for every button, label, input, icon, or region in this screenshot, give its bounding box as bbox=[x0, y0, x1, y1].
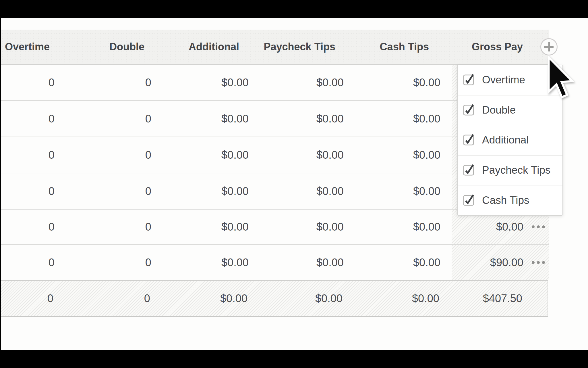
menu-item-cash-tips[interactable]: Cash Tips bbox=[458, 185, 562, 215]
total-paycheck-tips: $0.00 bbox=[315, 281, 343, 316]
cell-double: 0 bbox=[145, 245, 151, 280]
menu-item-label: Double bbox=[482, 104, 516, 116]
column-header-paycheck-tips: Paycheck Tips bbox=[264, 30, 336, 64]
total-additional: $0.00 bbox=[220, 281, 247, 316]
cell-additional: $0.00 bbox=[221, 101, 249, 137]
menu-item-double[interactable]: Double bbox=[458, 95, 562, 125]
cell-cash-tips: $0.00 bbox=[413, 173, 440, 209]
table-header: Overtime Double Additional Paycheck Tips… bbox=[1, 30, 549, 65]
menu-item-label: Cash Tips bbox=[482, 194, 529, 206]
cell-cash-tips: $0.00 bbox=[413, 245, 440, 280]
cell-double: 0 bbox=[145, 137, 151, 173]
cell-additional: $0.00 bbox=[221, 210, 249, 244]
cell-double: 0 bbox=[145, 210, 151, 244]
cell-overtime: 0 bbox=[49, 173, 55, 209]
cell-overtime: 0 bbox=[49, 101, 55, 137]
checkbox-checked-icon[interactable] bbox=[463, 74, 474, 85]
column-header-overtime: Overtime bbox=[5, 30, 50, 64]
cell-gross-pay: $90.00 bbox=[490, 245, 523, 280]
cell-cash-tips: $0.00 bbox=[413, 137, 440, 173]
cell-double: 0 bbox=[145, 65, 151, 100]
checkbox-checked-icon[interactable] bbox=[463, 135, 474, 145]
checkbox-checked-icon[interactable] bbox=[463, 165, 474, 176]
menu-item-paycheck-tips[interactable]: Paycheck Tips bbox=[458, 155, 562, 185]
cell-overtime: 0 bbox=[49, 65, 55, 100]
cell-cash-tips: $0.00 bbox=[413, 210, 440, 244]
total-double: 0 bbox=[144, 281, 150, 316]
column-header-cash-tips: Cash Tips bbox=[380, 30, 429, 64]
cell-paycheck-tips: $0.00 bbox=[316, 210, 344, 244]
cell-additional: $0.00 bbox=[221, 173, 249, 209]
checkbox-checked-icon[interactable] bbox=[463, 105, 474, 116]
payroll-table-screen: Overtime Double Additional Paycheck Tips… bbox=[0, 0, 588, 368]
column-header-gross-pay: Gross Pay bbox=[472, 30, 523, 64]
column-header-additional: Additional bbox=[189, 30, 239, 64]
cell-overtime: 0 bbox=[49, 210, 55, 244]
cell-paycheck-tips: $0.00 bbox=[316, 245, 344, 280]
checkbox-checked-icon[interactable] bbox=[463, 195, 474, 206]
menu-item-label: Overtime bbox=[482, 74, 525, 86]
cell-double: 0 bbox=[145, 101, 151, 137]
cell-paycheck-tips: $0.00 bbox=[316, 65, 344, 100]
total-gross-pay: $407.50 bbox=[483, 281, 522, 316]
table-row: 0 0 $0.00 $0.00 $0.00 $90.00 bbox=[1, 245, 549, 280]
cell-cash-tips: $0.00 bbox=[413, 65, 440, 100]
cell-paycheck-tips: $0.00 bbox=[316, 137, 344, 173]
total-cash-tips: $0.00 bbox=[412, 281, 439, 316]
letterbox-bottom-bar bbox=[0, 350, 588, 368]
cell-paycheck-tips: $0.00 bbox=[316, 101, 344, 137]
letterbox-top-bar bbox=[0, 0, 588, 18]
total-overtime: 0 bbox=[47, 281, 53, 316]
column-header-double: Double bbox=[109, 30, 144, 64]
cell-additional: $0.00 bbox=[221, 137, 249, 173]
cell-additional: $0.00 bbox=[221, 245, 249, 280]
cell-overtime: 0 bbox=[49, 245, 55, 280]
row-divider bbox=[1, 244, 549, 245]
menu-item-label: Additional bbox=[482, 134, 529, 146]
cell-double: 0 bbox=[145, 173, 151, 209]
cell-paycheck-tips: $0.00 bbox=[316, 173, 344, 209]
menu-item-label: Paycheck Tips bbox=[482, 164, 551, 176]
add-column-button[interactable] bbox=[540, 38, 558, 55]
cell-cash-tips: $0.00 bbox=[413, 101, 440, 137]
cell-overtime: 0 bbox=[49, 137, 55, 173]
totals-row: 0 0 $0.00 $0.00 $0.00 $407.50 bbox=[1, 280, 548, 317]
cell-additional: $0.00 bbox=[221, 65, 249, 100]
mouse-cursor-arrow-icon bbox=[547, 55, 577, 99]
menu-item-additional[interactable]: Additional bbox=[458, 125, 562, 155]
letterbox-left-strip bbox=[0, 0, 1, 368]
row-menu-ellipsis-icon[interactable] bbox=[531, 245, 545, 280]
